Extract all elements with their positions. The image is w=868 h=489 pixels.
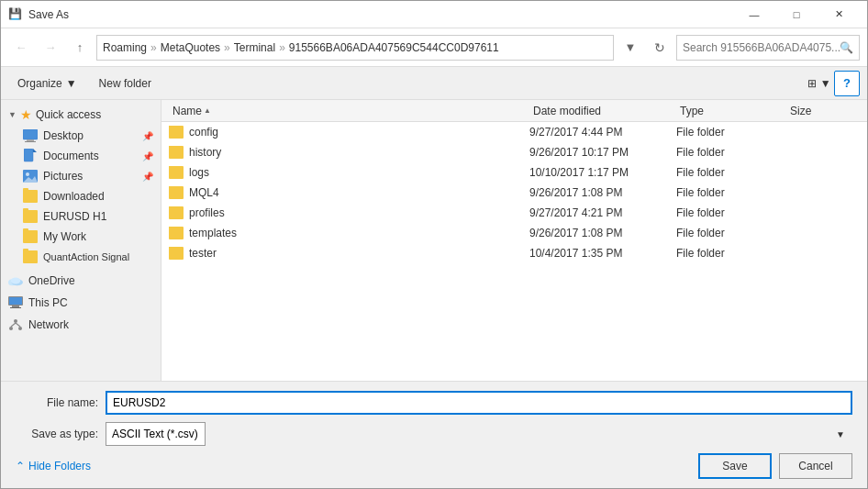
bottom-section: File name: Save as type: ASCII Text (*.c… [1, 381, 867, 488]
file-date: 9/27/2017 4:44 PM [529, 126, 676, 139]
cancel-button[interactable]: Cancel [779, 453, 852, 479]
minimize-button[interactable]: — [733, 1, 775, 28]
sidebar-item-quantaction[interactable]: QuantAction Signal [1, 247, 161, 267]
file-name: history [189, 146, 221, 159]
new-folder-button[interactable]: New folder [90, 71, 161, 96]
file-date: 10/10/2017 1:17 PM [529, 166, 676, 179]
breadcrumb-bar[interactable]: Roaming » MetaQuotes » Terminal » 915566… [96, 35, 614, 61]
col-header-type[interactable]: Type [676, 105, 786, 117]
quick-access-star-icon: ★ [20, 107, 32, 122]
quick-access-collapse-icon: ▼ [8, 110, 17, 119]
col-size-label: Size [790, 105, 811, 117]
svg-point-17 [9, 327, 13, 330]
table-row[interactable]: config 9/27/2017 4:44 PM File folder [161, 122, 867, 142]
table-row[interactable]: logs 10/10/2017 1:17 PM File folder [161, 162, 867, 183]
quick-access-label: Quick access [36, 108, 101, 121]
folder-downloaded-icon [23, 189, 38, 204]
quick-access-header[interactable]: ▼ ★ Quick access [1, 104, 161, 126]
pin-icon: 📌 [142, 172, 153, 182]
svg-rect-15 [10, 307, 21, 308]
sort-arrow-icon: ▲ [204, 106, 211, 115]
close-button[interactable]: ✕ [818, 1, 860, 28]
window-icon: 💾 [8, 7, 23, 22]
file-name-label: File name: [16, 396, 98, 409]
file-area: Name ▲ Date modified Type Size [161, 100, 867, 381]
svg-marker-4 [33, 149, 37, 152]
back-button[interactable]: ← [8, 35, 34, 61]
sidebar-item-documents[interactable]: Documents 📌 [1, 146, 161, 166]
breadcrumb-sep-3: » [279, 41, 285, 54]
file-type: File folder [676, 227, 786, 239]
folder-eurusd-icon [23, 209, 38, 224]
forward-button[interactable]: → [38, 35, 63, 61]
up-button[interactable]: ↑ [67, 35, 93, 61]
sidebar-item-eurusd-label: EURUSD H1 [43, 210, 106, 223]
folder-icon [169, 126, 184, 139]
svg-rect-13 [9, 297, 22, 305]
sidebar-item-desktop[interactable]: Desktop 📌 [1, 126, 161, 146]
main-content: ▼ ★ Quick access Desktop 📌 Documents 📌 [1, 100, 867, 381]
refresh-button[interactable]: ↻ [647, 35, 673, 61]
folder-icon [169, 146, 184, 159]
file-date: 9/26/2017 1:08 PM [529, 227, 676, 239]
col-date-label: Date modified [533, 105, 601, 117]
save-as-type-row: Save as type: ASCII Text (*.csv) [16, 422, 852, 446]
file-list-header: Name ▲ Date modified Type Size [161, 100, 867, 122]
breadcrumb-item: Roaming [103, 41, 147, 54]
breadcrumb-sep-1: » [150, 41, 157, 54]
sidebar-item-network[interactable]: Network [1, 315, 161, 335]
file-date: 10/4/2017 1:35 PM [529, 247, 676, 260]
file-name: profiles [189, 206, 225, 219]
file-name-input[interactable] [106, 391, 852, 415]
table-row[interactable]: MQL4 9/26/2017 1:08 PM File folder [161, 183, 867, 203]
organize-button[interactable]: Organize ▼ [8, 71, 86, 96]
sidebar-item-eurusd[interactable]: EURUSD H1 [1, 206, 161, 227]
col-header-name[interactable]: Name ▲ [169, 105, 529, 117]
file-name: templates [189, 227, 237, 239]
breadcrumb-item: Terminal [234, 41, 275, 54]
file-type: File folder [676, 206, 786, 219]
folder-mywork-icon [23, 229, 38, 244]
svg-rect-0 [23, 129, 38, 139]
breadcrumb-sep-2: » [224, 41, 230, 54]
col-name-label: Name [172, 105, 202, 117]
table-row[interactable]: profiles 9/27/2017 4:21 PM File folder [161, 203, 867, 223]
pictures-icon [23, 169, 38, 183]
breadcrumb-item: 915566BA06ADA407569C544CC0D97611 [289, 41, 499, 54]
svg-point-18 [18, 327, 22, 330]
breadcrumb-dropdown-button[interactable]: ▼ [618, 35, 643, 61]
thispc-icon [8, 295, 23, 310]
sidebar-item-onedrive[interactable]: OneDrive [1, 271, 161, 291]
folder-icon [169, 186, 184, 199]
pin-icon: 📌 [142, 131, 153, 141]
col-header-date[interactable]: Date modified [529, 105, 676, 117]
onedrive-icon [8, 273, 23, 288]
file-type: File folder [676, 186, 786, 199]
table-row[interactable]: templates 9/26/2017 1:08 PM File folder [161, 223, 867, 243]
save-button[interactable]: Save [698, 453, 772, 479]
svg-point-16 [14, 319, 17, 323]
svg-rect-2 [25, 141, 36, 142]
help-button[interactable]: ? [834, 71, 860, 96]
col-header-size[interactable]: Size [786, 105, 860, 117]
table-row[interactable]: history 9/26/2017 10:17 PM File folder [161, 142, 867, 162]
folder-icon [169, 227, 184, 239]
sidebar-item-downloaded-label: Downloaded [43, 190, 105, 203]
hide-folders-button[interactable]: ⌃ Hide Folders [16, 460, 91, 472]
col-type-label: Type [680, 105, 704, 117]
sidebar-item-thispc[interactable]: This PC [1, 293, 161, 313]
save-as-type-select[interactable]: ASCII Text (*.csv) [106, 422, 206, 446]
save-as-type-label: Save as type: [16, 428, 98, 440]
view-options-button[interactable]: ⊞ ▼ [807, 71, 832, 96]
save-as-type-wrapper: ASCII Text (*.csv) [106, 422, 852, 446]
sidebar-item-downloaded[interactable]: Downloaded [1, 186, 161, 206]
file-date: 9/27/2017 4:21 PM [529, 206, 676, 219]
sidebar-item-network-label: Network [28, 318, 69, 331]
table-row[interactable]: tester 10/4/2017 1:35 PM File folder [161, 243, 867, 263]
sidebar-item-pictures[interactable]: Pictures 📌 [1, 166, 161, 186]
search-input[interactable] [683, 41, 840, 54]
maximize-button[interactable]: □ [775, 1, 818, 28]
file-type: File folder [676, 126, 786, 139]
sidebar-item-mywork[interactable]: My Work [1, 227, 161, 247]
svg-rect-3 [24, 149, 33, 161]
